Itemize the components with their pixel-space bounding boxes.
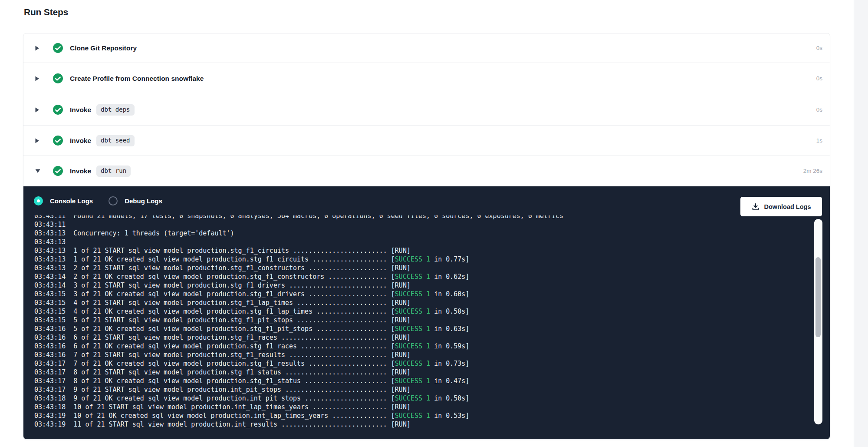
log-status-bracket: [ [387,308,395,315]
log-line: 03:43:11 [34,220,830,229]
log-status-bracket: [ [387,377,395,385]
success-check-icon [53,135,63,146]
caret-right-icon[interactable] [35,76,41,82]
log-status-bracket: [ [387,342,395,350]
log-run-tag: [RUN] [387,386,411,394]
step-row-invoke-dbt-seed[interactable]: Invokedbt seed1s [23,126,830,156]
log-duration: in 0.73s] [430,360,469,368]
step-duration: 0s [816,75,830,82]
log-line: 03:43:16 6 of 21 OK created sql view mod… [34,342,830,351]
step-row-invoke-dbt-deps[interactable]: Invokedbt deps0s [23,94,830,126]
log-success-tag: SUCCESS 1 [395,342,430,350]
log-line-text: 03:43:11 [34,221,73,228]
log-run-tag: [RUN] [387,281,411,289]
log-success-tag: SUCCESS 1 [395,377,430,385]
log-line-text: 03:43:15 4 of 21 OK created sql view mod… [34,308,387,315]
log-line: 03:43:18 10 of 21 START sql view model p… [34,403,830,411]
log-duration: in 0.60s] [430,290,469,298]
log-run-tag: [RUN] [387,334,411,341]
step-row-invoke-dbt-run[interactable]: Invokedbt run2m 26s [23,156,830,186]
logs-panel: Console LogsDebug Logs Download Logs 03:… [23,186,830,439]
log-line-text: 03:43:18 10 of 21 START sql view model p… [34,403,387,411]
radio-selected-icon[interactable] [34,196,43,205]
log-line: 03:43:17 8 of 21 START sql view model pr… [34,368,830,377]
log-line: 03:43:18 9 of 21 OK created sql view mod… [34,394,830,403]
log-status-bracket: [ [387,273,395,281]
caret-down-icon[interactable] [35,169,41,173]
success-check-icon [53,104,63,115]
log-line: 03:43:15 3 of 21 OK created sql view mod… [34,290,830,298]
log-success-tag: SUCCESS 1 [395,394,430,402]
log-line: 03:43:15 5 of 21 START sql view model pr… [34,316,830,324]
log-status-bracket: [ [387,412,395,420]
logs-radio-group: Console LogsDebug Logs [34,196,178,205]
step-row-create-profile-from-connection-snowflake[interactable]: Create Profile from Connection snowflake… [23,63,830,94]
log-line-text: 03:43:15 3 of 21 OK created sql view mod… [34,290,387,298]
step-duration: 1s [816,137,830,144]
radio-debug-logs[interactable]: Debug Logs [108,196,162,205]
step-row-clone-git-repository[interactable]: Clone Git Repository0s [23,33,830,63]
log-status-bracket: [ [387,360,395,368]
download-logs-button[interactable]: Download Logs [740,197,822,216]
logs-panel-header: Console LogsDebug Logs Download Logs [23,186,830,215]
log-line-text: 03:43:18 9 of 21 OK created sql view mod… [34,394,387,402]
step-label: Clone Git Repository [70,44,137,52]
log-line-text: 03:43:13 [34,238,73,246]
log-duration: in 0.62s] [430,273,469,281]
log-line: 03:43:15 4 of 21 OK created sql view mod… [34,307,830,316]
log-line: 03:43:16 7 of 21 START sql view model pr… [34,351,830,359]
log-duration: in 0.50s] [430,308,469,315]
step-label: Invoke [70,137,91,145]
log-run-tag: [RUN] [387,421,411,428]
caret-right-icon[interactable] [35,138,41,144]
log-scrollbar-thumb[interactable] [815,257,821,337]
log-line-text: 03:43:13 1 of 21 START sql view model pr… [34,247,387,255]
success-check-icon [53,73,63,84]
log-status-bracket: [ [387,325,395,333]
log-line: 03:43:16 5 of 21 OK created sql view mod… [34,324,830,333]
log-line: 03:43:14 3 of 21 START sql view model pr… [34,281,830,290]
log-line: 03:43:13 1 of 21 START sql view model pr… [34,246,830,255]
log-line-text: 03:43:13 2 of 21 START sql view model pr… [34,264,387,272]
log-line: 03:43:17 8 of 21 OK created sql view mod… [34,377,830,385]
log-line: 03:43:16 6 of 21 START sql view model pr… [34,333,830,342]
log-run-tag: [RUN] [387,351,411,359]
step-command-badge: dbt run [96,166,131,177]
log-line: 03:43:15 4 of 21 START sql view model pr… [34,298,830,307]
log-duration: in 0.53s] [430,412,469,420]
caret-right-icon[interactable] [35,45,41,51]
radio-console-logs[interactable]: Console Logs [34,196,93,205]
log-line-text: 03:43:17 9 of 21 START sql view model pr… [34,386,387,394]
success-check-icon [53,166,63,176]
download-icon [752,203,760,211]
log-scrollbar-track[interactable] [814,219,822,424]
log-success-tag: SUCCESS 1 [395,255,430,263]
page-title: Run Steps [24,7,68,17]
log-line-text: 03:43:15 5 of 21 START sql view model pr… [34,316,387,324]
step-command-badge: dbt seed [96,135,134,146]
log-line-text: 03:43:16 7 of 21 START sql view model pr… [34,351,387,359]
log-duration: in 0.50s] [430,394,469,402]
run-steps-card: Clone Git Repository0sCreate Profile fro… [23,33,830,440]
log-line-text: 03:43:19 11 of 21 START sql view model p… [34,421,387,428]
success-check-icon [53,43,63,53]
step-duration: 0s [816,106,830,113]
step-command-badge: dbt deps [96,104,134,116]
log-success-tag: SUCCESS 1 [395,360,430,368]
log-line-text: 03:43:13 1 of 21 OK created sql view mod… [34,255,387,263]
log-status-bracket: [ [387,394,395,402]
caret-right-icon[interactable] [35,107,41,113]
log-line-text: 03:43:11 Found 21 models, 17 tests, 0 sn… [34,215,563,220]
log-status-bracket: [ [387,255,395,263]
console-log-viewport[interactable]: 03:43:11 Found 21 models, 17 tests, 0 sn… [23,215,830,439]
log-run-tag: [RUN] [387,264,411,272]
log-line: 03:43:17 9 of 21 START sql view model pr… [34,385,830,394]
log-run-tag: [RUN] [387,403,411,411]
log-duration: in 0.63s] [430,325,469,333]
log-line-text: 03:43:15 4 of 21 START sql view model pr… [34,299,387,307]
right-rail [854,0,868,447]
log-line-text: 03:43:17 8 of 21 START sql view model pr… [34,368,387,376]
radio-label: Debug Logs [125,197,162,205]
radio-unselected-icon[interactable] [108,196,118,205]
log-success-tag: SUCCESS 1 [395,308,430,315]
